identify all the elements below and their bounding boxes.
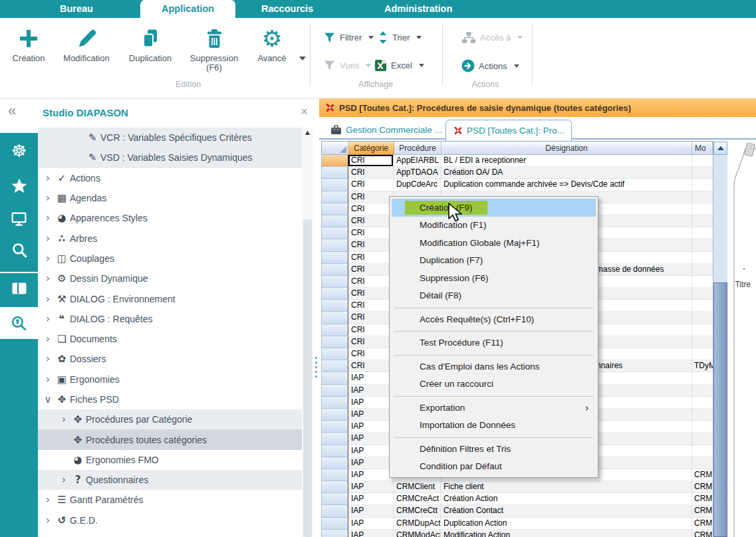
cell-mo[interactable]	[692, 264, 713, 276]
actions-button[interactable]: Actions	[461, 59, 519, 72]
cell-categorie[interactable]: CRI	[348, 203, 394, 215]
search-icon[interactable]	[0, 242, 38, 258]
cell-categorie[interactable]: IAP	[348, 469, 394, 481]
table-row[interactable]: IAP CRMDupAct Duplication Action CRM	[322, 518, 713, 530]
chevron-icon[interactable]: ›	[42, 293, 54, 305]
chevron-icon[interactable]: ›	[42, 212, 54, 224]
creation-button[interactable]: Création	[7, 25, 51, 63]
chevron-icon[interactable]: ›	[42, 374, 54, 385]
cell-designation[interactable]: Création OA/ DA	[441, 167, 692, 179]
cell-categorie[interactable]: IAP	[348, 421, 394, 433]
tree-scrollbar-thumb[interactable]	[303, 219, 312, 537]
duplication-button[interactable]: Duplication	[122, 25, 178, 63]
cell-designation[interactable]: BL / EDI à receptionner	[441, 155, 692, 167]
cell-mo[interactable]: CRM	[692, 493, 713, 505]
context-menu-item[interactable]: Créer un raccourci	[390, 376, 598, 393]
tree-item[interactable]: › ◕ Apparences Styles	[38, 208, 302, 228]
cell-categorie[interactable]: IAP	[348, 409, 394, 421]
context-menu-item[interactable]: Accès Requête(s) (Ctrl+F10)	[390, 310, 598, 328]
cell-mo[interactable]	[692, 385, 713, 397]
row-selector[interactable]	[322, 336, 348, 348]
context-menu-item[interactable]: Condition par Défaut	[390, 458, 598, 476]
cell-designation[interactable]: Création Action	[441, 493, 692, 505]
context-menu-item[interactable]	[390, 434, 598, 440]
tree-item[interactable]: ∨ ✥ Fiches PSD	[38, 389, 302, 409]
context-menu-item[interactable]: Exportation ›	[390, 399, 598, 417]
cell-mo[interactable]	[692, 421, 713, 433]
tree-scrollbar[interactable]: ▲	[302, 128, 313, 537]
avance-dropdown-caret[interactable]	[299, 56, 306, 60]
context-menu-item[interactable]	[390, 328, 598, 334]
context-menu-item[interactable]: Suppression (F6)	[390, 269, 598, 287]
cell-mo[interactable]	[692, 191, 713, 203]
cell-categorie[interactable]: CRI	[348, 179, 394, 191]
cell-mo[interactable]	[692, 239, 713, 251]
row-selector[interactable]	[322, 203, 348, 215]
tree-item[interactable]: › ? Questionnaires	[38, 470, 302, 490]
cell-procedure[interactable]: CRMClient	[394, 481, 441, 493]
menu-tab-bureau[interactable]: Bureau	[60, 0, 93, 18]
excel-button[interactable]: Excel	[374, 59, 424, 72]
cell-mo[interactable]: CRM	[692, 530, 713, 537]
modification-button[interactable]: Modification	[60, 25, 113, 63]
table-row[interactable]: IAP CRMModAct Modification Action CRM	[322, 530, 713, 537]
cell-mo[interactable]	[692, 179, 713, 191]
tree-item[interactable]: › ∴ Arbres	[38, 228, 302, 248]
cell-categorie[interactable]: CRI	[348, 348, 394, 360]
context-menu-item[interactable]: Modification (F1)	[390, 217, 598, 235]
cell-procedure[interactable]: CRMModAct	[394, 530, 441, 537]
menu-tab-raccourcis[interactable]: Raccourcis	[261, 0, 313, 18]
monitor-icon[interactable]	[0, 211, 38, 227]
table-row[interactable]: CRI AppEIARBL BL / EDI à receptionner	[322, 155, 713, 167]
cell-categorie[interactable]: CRI	[348, 155, 394, 167]
cell-mo[interactable]	[692, 445, 713, 457]
chevron-icon[interactable]: ›	[42, 494, 54, 506]
row-selector[interactable]	[322, 167, 348, 179]
trier-button[interactable]: Trier	[378, 31, 422, 44]
star-icon[interactable]	[0, 177, 38, 195]
cell-designation[interactable]: Duplication Action	[441, 518, 692, 530]
cell-mo[interactable]	[692, 324, 713, 336]
tree-item[interactable]: › ✿ Dossiers	[38, 349, 302, 369]
context-menu-item[interactable]	[390, 393, 598, 399]
cell-mo[interactable]	[692, 215, 713, 227]
column-header-designation[interactable]: Désignation	[441, 142, 692, 155]
cell-mo[interactable]: CRM	[692, 505, 713, 517]
cell-mo[interactable]	[692, 372, 713, 384]
column-header-categorie[interactable]: Catégorie	[348, 142, 394, 155]
cell-mo[interactable]	[692, 300, 713, 312]
cell-mo[interactable]	[692, 252, 713, 264]
row-selector[interactable]	[322, 276, 348, 288]
cell-mo[interactable]	[692, 409, 713, 421]
cell-categorie[interactable]: IAP	[348, 385, 394, 397]
chevron-icon[interactable]: ›	[42, 253, 54, 265]
cell-designation[interactable]: Duplication commande archivée => Devis/C…	[441, 179, 692, 191]
row-selector[interactable]	[322, 530, 348, 537]
tree-item[interactable]: › ▦ Agendas	[38, 188, 302, 208]
cell-categorie[interactable]: CRI	[348, 336, 394, 348]
row-selector[interactable]	[322, 409, 348, 421]
tree-item[interactable]: ✥ Procédures toutes catégories	[38, 429, 302, 449]
cell-categorie[interactable]: CRI	[348, 227, 394, 239]
cell-mo[interactable]	[692, 336, 713, 348]
row-selector[interactable]	[322, 493, 348, 505]
chevron-icon[interactable]: ›	[42, 172, 54, 184]
row-selector[interactable]	[322, 155, 348, 167]
table-row[interactable]: IAP CRMCreAct Création Action CRM	[322, 493, 713, 505]
cell-categorie[interactable]: IAP	[348, 397, 394, 409]
column-header-mo[interactable]: Mo	[692, 142, 713, 155]
tree-item[interactable]: › ▣ Ergonomies	[38, 370, 302, 389]
cell-categorie[interactable]: IAP	[348, 445, 394, 457]
locate-search-icon[interactable]	[0, 315, 38, 332]
cell-mo[interactable]	[692, 348, 713, 360]
table-row[interactable]: IAP CRMCreCtt Création Contact CRM	[322, 505, 713, 517]
cell-categorie[interactable]: IAP	[348, 457, 394, 469]
cell-designation[interactable]: Modification Action	[441, 530, 692, 537]
context-menu-item[interactable]	[390, 352, 598, 358]
row-selector[interactable]	[322, 433, 348, 445]
tab-psd-toutes-cat[interactable]: PSD [Toutes Cat.]: Pro...	[445, 120, 572, 141]
cell-mo[interactable]: CRM	[692, 481, 713, 493]
row-selector[interactable]	[322, 372, 348, 384]
chevron-icon[interactable]: ›	[42, 333, 54, 345]
row-selector[interactable]	[322, 179, 348, 191]
